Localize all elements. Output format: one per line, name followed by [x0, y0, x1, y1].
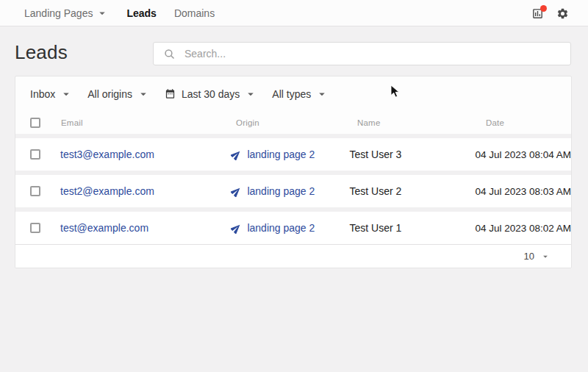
origin-link[interactable]: landing page 2 [247, 222, 315, 234]
row-checkbox[interactable] [30, 223, 40, 233]
lead-date: 04 Jul 2023 08:04 AM [475, 149, 571, 160]
settings-button[interactable] [556, 7, 569, 20]
lead-name: Test User 3 [350, 149, 402, 160]
nav-item-label: Leads [126, 7, 156, 19]
row-checkbox[interactable] [30, 186, 40, 196]
email-link[interactable]: test3@example.com [60, 149, 154, 160]
table-row: test@example.com landing page 2 Test Use… [15, 212, 571, 244]
filter-folder-dropdown[interactable]: Inbox [30, 87, 73, 101]
rows-per-page-value: 10 [524, 251, 534, 262]
filter-type-dropdown[interactable]: All types [272, 87, 329, 101]
filter-date-range-dropdown[interactable]: Last 30 days [165, 87, 257, 101]
nav-item-label: Domains [174, 7, 215, 19]
lead-name: Test User 2 [350, 185, 402, 197]
notification-dot [540, 5, 547, 12]
filter-bar: Inbox All origins Last 30 days All types [15, 76, 571, 111]
search-box [153, 42, 571, 65]
column-header-origin: Origin [236, 118, 357, 127]
rows-per-page-dropdown[interactable]: 10 [524, 251, 551, 262]
filter-label: Inbox [30, 88, 55, 100]
nav-item-label: Landing Pages [24, 7, 93, 19]
nav-item-landing-pages[interactable]: Landing Pages [24, 7, 109, 20]
chevron-down-icon [96, 7, 109, 20]
origin-link[interactable]: landing page 2 [247, 149, 315, 160]
lead-date: 04 Jul 2023 08:03 AM [475, 186, 571, 197]
filter-label: Last 30 days [182, 88, 240, 100]
chevron-down-icon [137, 87, 150, 101]
chevron-down-icon [540, 251, 551, 262]
table-body: test3@example.com landing page 2 Test Us… [15, 134, 571, 244]
chevron-down-icon [60, 87, 73, 101]
lead-date: 04 Jul 2023 08:02 AM [475, 223, 571, 234]
paper-plane-icon [231, 186, 242, 197]
nav-item-domains[interactable]: Domains [174, 7, 215, 19]
chevron-down-icon [315, 87, 329, 101]
origin-link[interactable]: landing page 2 [247, 185, 315, 197]
search-icon [163, 48, 176, 60]
chevron-down-icon [244, 87, 257, 101]
email-link[interactable]: test@example.com [60, 222, 148, 234]
column-header-date: Date [486, 118, 571, 127]
nav-item-leads[interactable]: Leads [126, 7, 156, 19]
filter-origin-dropdown[interactable]: All origins [87, 87, 150, 101]
paper-plane-icon [231, 149, 242, 160]
search-input[interactable] [184, 48, 537, 60]
top-nav: Landing Pages Leads Domains [0, 0, 588, 26]
table-header: Email Origin Name Date [15, 111, 571, 134]
select-all-checkbox[interactable] [30, 118, 40, 128]
lead-name: Test User 1 [350, 222, 402, 234]
table-footer: 10 [15, 244, 571, 268]
table-row: test2@example.com landing page 2 Test Us… [15, 175, 571, 207]
analytics-button[interactable] [531, 7, 544, 20]
page-title: Leads [15, 41, 68, 64]
filter-label: All origins [87, 88, 132, 100]
filter-label: All types [272, 88, 311, 100]
table-row: test3@example.com landing page 2 Test Us… [15, 138, 571, 171]
topnav-icons [531, 0, 569, 26]
email-link[interactable]: test2@example.com [60, 185, 154, 197]
leads-card: Inbox All origins Last 30 days All types [15, 76, 572, 268]
paper-plane-icon [231, 223, 242, 234]
gear-icon [556, 7, 569, 20]
column-header-name: Name [357, 118, 486, 127]
calendar-icon [165, 88, 176, 99]
row-checkbox[interactable] [30, 149, 40, 160]
column-header-email: Email [61, 118, 236, 127]
